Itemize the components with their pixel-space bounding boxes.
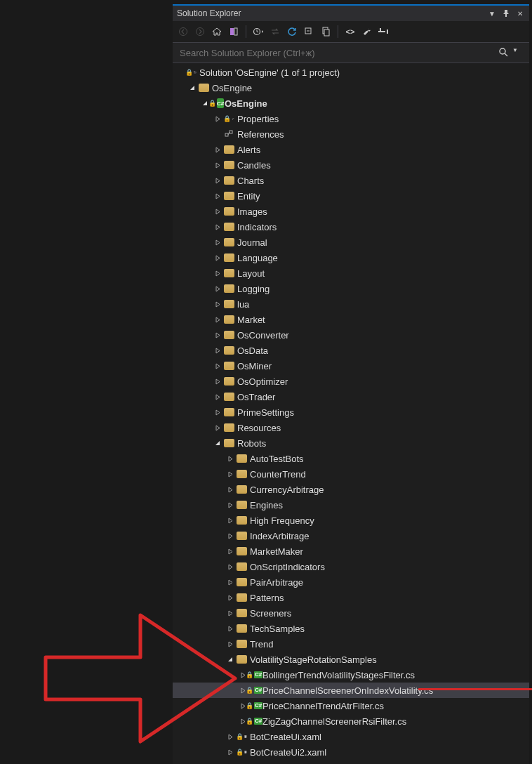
cs-file-node[interactable]: 🔒C#PriceChannelScreenerOnIndexVolatility…	[173, 683, 529, 698]
properties-icon[interactable]	[361, 25, 373, 38]
cs-file-node[interactable]: 🔒C#BotFactory.cs	[173, 760, 529, 764]
properties-node[interactable]: 🔒Properties	[173, 111, 529, 126]
expand-icon[interactable]	[226, 624, 234, 633]
folder-node[interactable]: PrimeSettings	[173, 404, 529, 420]
collapse-all-icon[interactable]	[302, 25, 315, 38]
close-icon[interactable]: ✕	[515, 8, 525, 18]
xaml-file-node[interactable]: 🔒BotCreateUi2.xaml	[173, 744, 529, 760]
expand-icon[interactable]	[226, 609, 234, 617]
folder-node[interactable]: OsMiner	[173, 358, 529, 374]
folder-node[interactable]: Layout	[173, 265, 529, 281]
folder-node[interactable]: Screeners	[173, 605, 529, 621]
folder-node[interactable]: AutoTestBots	[173, 451, 529, 466]
cs-file-node[interactable]: 🔒C#BollingerTrendVolatilityStagesFilter.…	[173, 667, 529, 683]
folder-node[interactable]: Language	[173, 250, 529, 265]
folder-node[interactable]: Logging	[173, 281, 529, 296]
folder-node[interactable]: PairArbitrage	[173, 574, 529, 590]
expand-icon[interactable]	[213, 269, 222, 277]
folder-node[interactable]: Journal	[173, 235, 529, 250]
cs-file-node[interactable]: 🔒C#ZigZagChannelScreenerRsiFilter.cs	[173, 713, 529, 729]
folder-node-robots[interactable]: Robots	[173, 435, 529, 451]
expand-icon[interactable]	[226, 532, 234, 540]
folder-node[interactable]: Entity	[173, 188, 529, 204]
preview-icon[interactable]	[378, 25, 390, 38]
expand-icon[interactable]	[213, 145, 222, 154]
folder-node[interactable]: Trend	[173, 636, 529, 652]
expand-icon[interactable]	[226, 640, 234, 648]
forward-icon[interactable]	[194, 25, 206, 38]
expand-icon[interactable]	[226, 485, 234, 494]
expand-icon[interactable]	[213, 253, 222, 262]
folder-node[interactable]: TechSamples	[173, 621, 529, 636]
cs-file-node[interactable]: 🔒C#PriceChannelTrendAtrFilter.cs	[173, 698, 529, 713]
folder-node[interactable]: Images	[173, 204, 529, 219]
expand-icon[interactable]	[226, 501, 234, 509]
expand-icon[interactable]	[213, 377, 222, 386]
folder-node[interactable]: Patterns	[173, 590, 529, 605]
expand-icon[interactable]	[213, 176, 222, 185]
switch-views-icon[interactable]	[227, 25, 240, 38]
search-dropdown-icon[interactable]: ▼	[512, 47, 524, 58]
folder-node[interactable]: lua	[173, 296, 529, 312]
collapse-icon[interactable]	[188, 84, 197, 92]
search-icon[interactable]	[498, 47, 510, 58]
folder-node[interactable]: Resources	[173, 420, 529, 435]
folder-node[interactable]: CurrencyArbitrage	[173, 482, 529, 497]
back-icon[interactable]	[177, 25, 189, 38]
project-node[interactable]: 🔒C#OsEngine	[173, 96, 529, 111]
expand-icon[interactable]	[226, 732, 234, 741]
folder-node[interactable]: OsData	[173, 343, 529, 358]
expand-icon[interactable]	[213, 300, 222, 308]
folder-node[interactable]: OsOptimizer	[173, 374, 529, 389]
folder-node[interactable]: CounterTrend	[173, 466, 529, 482]
root-folder-node[interactable]: OsEngine	[173, 80, 529, 96]
folder-node-vsrs[interactable]: VolatilityStageRotationSamples	[173, 652, 529, 667]
expand-icon[interactable]	[226, 578, 234, 586]
view-code-icon[interactable]: <>	[344, 25, 357, 38]
expand-icon[interactable]	[213, 114, 222, 123]
search-input[interactable]	[178, 47, 498, 59]
home-icon[interactable]	[211, 25, 223, 38]
expand-icon[interactable]	[213, 393, 222, 401]
search-bar[interactable]: ▼	[173, 43, 529, 63]
show-all-files-icon[interactable]	[319, 25, 332, 38]
expand-icon[interactable]	[226, 748, 234, 756]
folder-node[interactable]: IndexArbitrage	[173, 528, 529, 544]
folder-node[interactable]: Market	[173, 312, 529, 327]
expand-icon[interactable]	[213, 362, 222, 370]
expand-icon[interactable]	[213, 423, 222, 432]
references-node[interactable]: References	[173, 126, 529, 142]
solution-node[interactable]: 🔒Solution 'OsEngine' (1 of 1 project)	[173, 65, 529, 80]
folder-node[interactable]: OsTrader	[173, 389, 529, 404]
expand-icon[interactable]	[226, 516, 234, 525]
pin-icon[interactable]	[501, 8, 511, 18]
refresh-icon[interactable]	[286, 25, 298, 38]
expand-icon[interactable]	[213, 192, 222, 200]
expand-icon[interactable]	[226, 593, 234, 602]
folder-node[interactable]: Candles	[173, 157, 529, 173]
dropdown-icon[interactable]: ▼	[487, 8, 497, 18]
expand-icon[interactable]	[226, 470, 234, 478]
folder-node[interactable]: Alerts	[173, 142, 529, 157]
folder-node[interactable]: Engines	[173, 497, 529, 513]
collapse-icon[interactable]	[226, 655, 234, 664]
expand-icon[interactable]	[213, 315, 222, 324]
collapse-icon[interactable]	[213, 439, 222, 447]
folder-node[interactable]: Charts	[173, 173, 529, 188]
folder-node[interactable]: Indicators	[173, 219, 529, 235]
expand-icon[interactable]	[213, 223, 222, 231]
expand-icon[interactable]	[213, 238, 222, 246]
expand-icon[interactable]	[213, 207, 222, 216]
folder-node[interactable]: MarketMaker	[173, 544, 529, 559]
expand-icon[interactable]	[226, 547, 234, 555]
folder-node[interactable]: High Frequency	[173, 513, 529, 528]
pending-changes-filter-icon[interactable]	[252, 25, 265, 38]
sync-icon[interactable]	[269, 25, 281, 38]
expand-icon[interactable]	[226, 562, 234, 571]
expand-icon[interactable]	[213, 161, 222, 169]
folder-node[interactable]: OsConverter	[173, 327, 529, 343]
expand-icon[interactable]	[213, 346, 222, 355]
expand-icon[interactable]	[213, 284, 222, 293]
folder-node[interactable]: OnScriptIndicators	[173, 559, 529, 574]
expand-icon[interactable]	[226, 454, 234, 463]
